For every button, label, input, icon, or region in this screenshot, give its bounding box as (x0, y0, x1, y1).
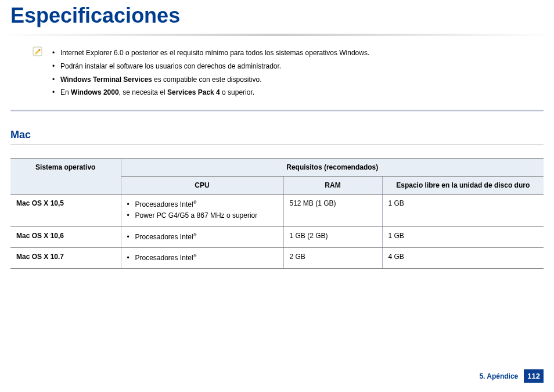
section-heading: Mac (0, 112, 554, 145)
col-header-os: Sistema operativo (10, 159, 121, 195)
col-header-ram: RAM (283, 177, 382, 195)
col-header-cpu: CPU (121, 177, 283, 195)
footer-section-label: 5. Apéndice (479, 372, 518, 380)
note-item: Podrán instalar el software los usuarios… (52, 60, 369, 73)
cell-ram: 1 GB (2 GB) (283, 226, 382, 247)
col-header-disk: Espacio libre en la unidad de disco duro (382, 177, 544, 195)
cell-disk: 1 GB (382, 226, 544, 247)
cell-cpu: Procesadores Intel® (121, 247, 283, 268)
cell-cpu: Procesadores Intel® (121, 226, 283, 247)
note-item: Windows Terminal Services es compatible … (52, 73, 369, 87)
cell-disk: 4 GB (382, 247, 544, 268)
page-footer: 5. Apéndice 112 (479, 369, 544, 383)
spec-table: Sistema operativo Requisitos (recomendad… (10, 158, 544, 269)
col-header-req: Requisitos (recomendados) (121, 159, 544, 177)
cell-disk: 1 GB (382, 195, 544, 226)
cell-os: Mac OS X 10,6 (10, 226, 121, 247)
table-row: Mac OS X 10.7 Procesadores Intel® 2 GB 4… (10, 247, 544, 268)
cell-os: Mac OS X 10.7 (10, 247, 121, 268)
title-divider (0, 34, 554, 36)
cell-os: Mac OS X 10,5 (10, 195, 121, 226)
cell-cpu: Procesadores Intel® Power PC G4/G5 a 867… (121, 195, 283, 226)
note-item: Internet Explorer 6.0 o posterior es el … (52, 46, 369, 60)
footer-page-number: 112 (524, 369, 544, 383)
table-row: Mac OS X 10,6 Procesadores Intel® 1 GB (… (10, 226, 544, 247)
note-pencil-icon (33, 46, 43, 57)
note-item: En Windows 2000, se necesita el Services… (52, 86, 369, 99)
cell-ram: 2 GB (283, 247, 382, 268)
heading-underline (10, 145, 544, 145)
cell-ram: 512 MB (1 GB) (283, 195, 382, 226)
note-list: Internet Explorer 6.0 o posterior es el … (52, 46, 369, 99)
table-row: Mac OS X 10,5 Procesadores Intel® Power … (10, 195, 544, 226)
note-block: Internet Explorer 6.0 o posterior es el … (0, 46, 554, 110)
page-title: Especificaciones (0, 0, 554, 34)
